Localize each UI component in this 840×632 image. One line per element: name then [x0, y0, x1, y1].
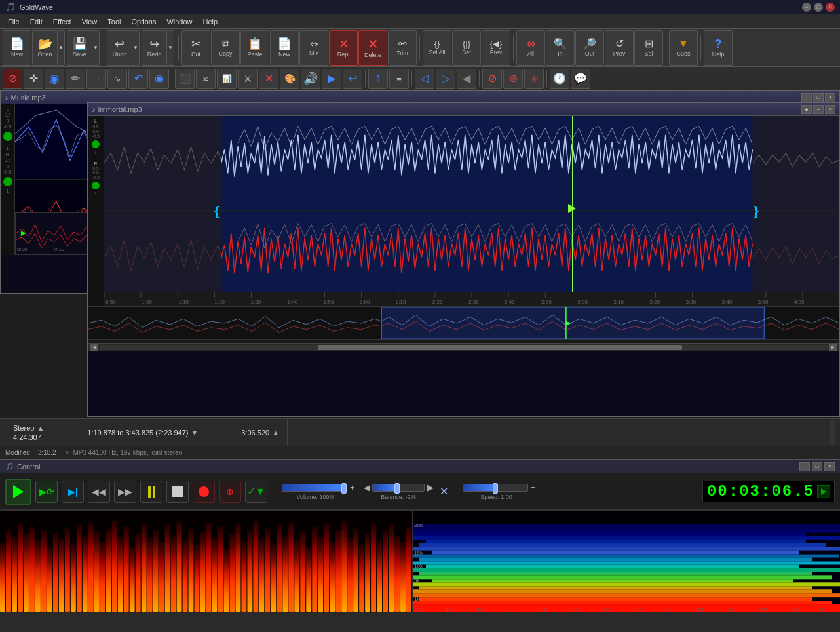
- eq-btn[interactable]: ≡: [389, 69, 409, 89]
- vol-handle[interactable]: [341, 483, 347, 494]
- status-pos-arrow[interactable]: ▲: [272, 429, 279, 437]
- speech-btn[interactable]: 💬: [571, 69, 590, 89]
- speed-slider[interactable]: [463, 484, 528, 492]
- mark2-btn[interactable]: ◀: [457, 69, 476, 89]
- play-button[interactable]: [5, 479, 31, 505]
- maximize-button[interactable]: □: [814, 3, 823, 12]
- all-button[interactable]: ⊗ All: [516, 30, 545, 66]
- music-win-max[interactable]: □: [813, 93, 824, 102]
- time-display-btn[interactable]: [817, 485, 830, 498]
- menu-edit[interactable]: Edit: [25, 16, 48, 27]
- fx-btn[interactable]: ⊘: [482, 69, 502, 89]
- sel-button[interactable]: ⊞ Sel: [634, 30, 663, 66]
- curve-btn[interactable]: ↶: [128, 69, 148, 89]
- stop-effect-btn[interactable]: ⊘: [3, 69, 22, 89]
- play-end-button[interactable]: ▶|: [62, 481, 84, 503]
- mark-start-btn[interactable]: ◁: [415, 69, 434, 89]
- open-button[interactable]: 📂 Open: [32, 30, 57, 66]
- undo-button[interactable]: ↩ Undo: [107, 30, 132, 66]
- arrow-btn[interactable]: →: [86, 69, 106, 89]
- redo-button[interactable]: ↪ Redo: [142, 30, 166, 66]
- play-cursor-btn[interactable]: ▶: [322, 69, 341, 89]
- normalize-btn[interactable]: ⇑: [368, 69, 388, 89]
- spd-plus[interactable]: +: [531, 483, 535, 492]
- status-resize-handle[interactable]: [830, 420, 835, 445]
- mark-end-btn[interactable]: ▷: [436, 69, 455, 89]
- move-btn[interactable]: ✛: [24, 69, 43, 89]
- trim-button[interactable]: ⚯ Trim: [388, 30, 417, 66]
- redo-dropdown[interactable]: ▼: [166, 30, 174, 66]
- vol-plus[interactable]: +: [350, 483, 354, 492]
- h-scrollbar[interactable]: ◀ ▶: [88, 343, 839, 351]
- mix-button[interactable]: ⇔ Mix: [299, 30, 328, 66]
- zoom-out-button[interactable]: 🔎 Out: [575, 30, 604, 66]
- balance-reset-btn[interactable]: ✕: [440, 485, 448, 498]
- menu-view[interactable]: View: [77, 16, 103, 27]
- stop-button[interactable]: [166, 481, 189, 503]
- immortal-win-close[interactable]: ✕: [825, 105, 835, 114]
- repl-button[interactable]: ✕ Repl: [329, 30, 358, 66]
- fx3-btn[interactable]: ◈: [524, 69, 544, 89]
- delete-button[interactable]: ✕ Delete: [358, 30, 387, 66]
- minimize-button[interactable]: –: [802, 3, 811, 12]
- ctrl-win-close[interactable]: ✕: [824, 462, 835, 471]
- save-button[interactable]: 💾 Save: [67, 30, 92, 66]
- ctrl-win-max[interactable]: □: [812, 462, 822, 471]
- menu-effect[interactable]: Effect: [48, 16, 77, 27]
- record-button[interactable]: [193, 481, 215, 503]
- close-button[interactable]: ✕: [826, 3, 835, 12]
- immortal-win-btn1[interactable]: ●: [801, 105, 812, 114]
- prev2-button[interactable]: ↺ Prev: [605, 30, 634, 66]
- fx2-btn[interactable]: ⊛: [503, 69, 523, 89]
- pencil-btn[interactable]: ✏: [66, 69, 85, 89]
- music-win-min[interactable]: –: [801, 93, 812, 102]
- new2-button[interactable]: 📄 New: [270, 30, 299, 66]
- menu-help[interactable]: Help: [198, 16, 223, 27]
- pattern-btn[interactable]: ≋: [196, 69, 216, 89]
- menu-file[interactable]: File: [3, 16, 25, 27]
- record-btn[interactable]: ◉: [45, 69, 64, 89]
- pause-button[interactable]: [140, 481, 162, 503]
- ffwd-button[interactable]: ▶▶: [114, 481, 136, 503]
- fade-btn[interactable]: ✕: [259, 69, 278, 89]
- save-dropdown[interactable]: ▼: [92, 30, 100, 66]
- copy-button[interactable]: ⧉ Copy: [211, 30, 240, 66]
- cut-button[interactable]: ✂ Cut: [181, 30, 210, 66]
- zoom-full-btn[interactable]: ⬛: [175, 69, 195, 89]
- rec-input-button[interactable]: ⊕: [219, 481, 241, 503]
- status-sel-arrow[interactable]: ▼: [191, 429, 198, 437]
- selall-button[interactable]: {} Sel All: [423, 30, 451, 66]
- status-channel-arrow[interactable]: ▲: [37, 424, 44, 432]
- spd-minus[interactable]: -: [457, 483, 460, 492]
- undo-dropdown[interactable]: ▼: [132, 30, 140, 66]
- volume-slider[interactable]: [282, 484, 347, 492]
- clock-btn[interactable]: 🕐: [550, 69, 569, 89]
- ctrl-win-min[interactable]: –: [799, 462, 810, 471]
- loop-btn[interactable]: ↩: [343, 69, 362, 89]
- cues-button[interactable]: ▼ Cues: [669, 30, 698, 66]
- spd-handle[interactable]: [493, 483, 498, 494]
- loop-play-button[interactable]: ▶⟳: [35, 481, 58, 503]
- h-scrollbar-thumb[interactable]: [318, 345, 682, 350]
- trim2-btn[interactable]: ⚔: [238, 69, 258, 89]
- music-win-close[interactable]: ✕: [825, 93, 835, 102]
- vol-down-btn[interactable]: 🔊: [301, 69, 320, 89]
- set-button[interactable]: {|} Set: [452, 30, 481, 66]
- prev-button[interactable]: {◀} Prev: [482, 30, 510, 66]
- confirm-button[interactable]: ✓▼: [245, 481, 267, 503]
- open-dropdown[interactable]: ▼: [57, 30, 65, 66]
- help-button[interactable]: ? Help: [704, 30, 733, 66]
- menu-options[interactable]: Options: [126, 16, 161, 27]
- paste-button[interactable]: 📋 Paste: [240, 30, 269, 66]
- balance-slider[interactable]: [372, 484, 425, 492]
- zoom-in-button[interactable]: 🔍 In: [546, 30, 575, 66]
- vol-minus[interactable]: -: [277, 483, 279, 492]
- spectrum-btn[interactable]: 📊: [217, 69, 237, 89]
- immortal-win-min[interactable]: –: [813, 105, 824, 114]
- wave-btn[interactable]: ∿: [107, 69, 127, 89]
- bal-handle[interactable]: [394, 483, 400, 494]
- sel-start-btn[interactable]: ◉: [149, 69, 169, 89]
- bal-left[interactable]: ◀: [364, 483, 370, 492]
- color-btn[interactable]: 🎨: [280, 69, 299, 89]
- bal-right[interactable]: ▶: [427, 483, 433, 492]
